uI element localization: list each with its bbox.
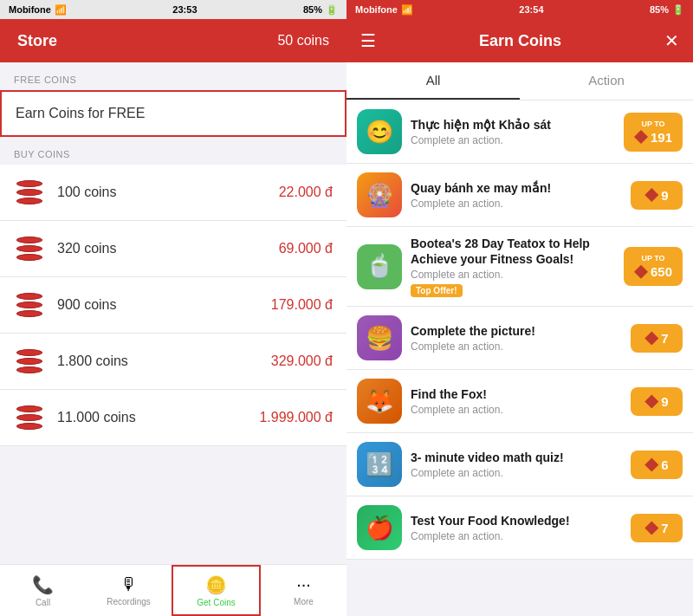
tab-all[interactable]: All <box>346 62 520 100</box>
coin-stack-icon <box>14 233 45 264</box>
nav-item-more[interactable]: ··· More <box>261 565 346 616</box>
coin-stack-icon <box>14 402 45 433</box>
up-to-label: UP TO <box>641 254 664 263</box>
offer-item-bootea[interactable]: 🍵 Bootea's 28 Day Teatox to Help Achieve… <box>346 227 693 307</box>
coin-reward-fox: 9 <box>631 387 683 416</box>
coin-item[interactable]: 1.800 coins 329.000 đ <box>0 334 346 390</box>
coin-price: 22.000 đ <box>279 185 333 200</box>
nav-label: Get Coins <box>197 598 235 607</box>
coin-item[interactable]: 11.000 coins 1.999.000 đ <box>0 390 346 446</box>
tabs-bar: AllAction <box>346 62 693 101</box>
offer-icon-wheel: 🎡 <box>357 172 402 217</box>
offer-subtitle: Complete an action. <box>411 198 622 210</box>
gem-icon <box>634 130 648 144</box>
offer-item-food[interactable]: 🍎 Test Your Food Knowledge! Complete an … <box>346 496 693 560</box>
earn-coins-text: Earn Coins for FREE <box>16 106 145 120</box>
time-right: 23:54 <box>519 4 543 15</box>
offer-item-fox[interactable]: 🦊 Find the Fox! Complete an action. 9 <box>346 370 693 433</box>
offer-title: Complete the picture! <box>411 323 622 339</box>
up-to-label: UP TO <box>641 120 664 128</box>
gem-icon <box>644 394 658 408</box>
nav-item-recordings[interactable]: 🎙 Recordings <box>86 565 172 616</box>
offer-title: Quay bánh xe may mắn! <box>411 180 622 196</box>
status-left-info: Mobifone 📶 <box>9 4 67 16</box>
coin-amount: 11.000 coins <box>57 410 259 425</box>
gem-icon <box>644 188 658 202</box>
offer-icon-food: 🍎 <box>357 505 402 550</box>
coin-amount: 1.800 coins <box>57 353 271 369</box>
tab-action[interactable]: Action <box>520 62 693 100</box>
coin-reward-picture: 7 <box>631 324 683 353</box>
nav-item-get-coins[interactable]: 🪙 Get Coins <box>172 565 261 616</box>
coin-amount: 320 coins <box>57 241 279 256</box>
offer-subtitle: Complete an action. <box>411 134 615 146</box>
earn-coins-box[interactable]: Earn Coins for FREE <box>0 90 346 137</box>
coin-reward-wheel: 9 <box>631 181 683 210</box>
bottom-nav: 📞 Call 🎙 Recordings 🪙 Get Coins ··· More <box>0 564 346 616</box>
status-bar-left: Mobifone 📶 23:53 85% 🔋 <box>0 0 346 19</box>
coin-item[interactable]: 320 coins 69.000 đ <box>0 221 346 277</box>
nav-label: More <box>294 597 314 606</box>
offers-list: 😊 Thực hiện một Khảo sát Complete an act… <box>346 101 693 616</box>
battery-left: 85% <box>303 4 322 15</box>
nav-icon: ··· <box>296 574 311 594</box>
offer-subtitle: Complete an action. <box>411 530 622 542</box>
offer-subtitle: Complete an action. <box>411 340 622 353</box>
reward-number: 7 <box>661 521 668 535</box>
coin-item[interactable]: 900 coins 179.000 đ <box>0 277 346 334</box>
offer-subtitle: Complete an action. <box>411 269 615 281</box>
carrier-left: Mobifone <box>9 4 51 15</box>
offer-icon-survey: 😊 <box>357 109 402 154</box>
offer-item-math[interactable]: 🔢 3- minute video math quiz! Complete an… <box>346 433 693 496</box>
offer-title: 3- minute video math quiz! <box>411 450 622 465</box>
close-icon[interactable]: ✕ <box>664 30 679 51</box>
coin-price: 69.000 đ <box>279 241 333 256</box>
offer-title: Bootea's 28 Day Teatox to Help Achieve y… <box>411 236 615 267</box>
store-header: Store 50 coins <box>0 19 346 62</box>
coin-stack-icon <box>14 346 45 377</box>
earn-coins-header: ☰ Earn Coins ✕ <box>346 19 693 62</box>
offer-info-survey: Thực hiện một Khảo sát Complete an actio… <box>411 117 615 146</box>
gem-icon <box>644 521 658 535</box>
coin-price: 329.000 đ <box>271 353 333 369</box>
battery-icon-left: 🔋 <box>326 4 338 16</box>
offer-subtitle: Complete an action. <box>411 404 622 416</box>
offer-icon-bootea: 🍵 <box>357 244 402 289</box>
coin-stack-icon <box>14 289 45 321</box>
coin-price: 1.999.000 đ <box>259 410 333 425</box>
offer-info-wheel: Quay bánh xe may mắn! Complete an action… <box>411 180 622 210</box>
earn-coins-title: Earn Coins <box>479 32 561 50</box>
reward-number: 7 <box>661 331 668 346</box>
coin-reward-math: 6 <box>631 451 683 479</box>
coin-reward-survey: UP TO 191 <box>624 113 683 152</box>
nav-label: Recordings <box>107 597 151 606</box>
nav-icon: 🪙 <box>205 574 227 595</box>
time-left: 23:53 <box>172 4 197 15</box>
coin-item[interactable]: 100 coins 22.000 đ <box>0 165 346 221</box>
battery-right: 85% <box>650 4 669 15</box>
nav-icon: 🎙 <box>120 574 138 594</box>
coin-stack-icon <box>14 177 45 208</box>
wifi-icon: 📶 <box>55 4 67 16</box>
offer-subtitle: Complete an action. <box>411 467 622 479</box>
buy-coins-label: BUY COINS <box>0 137 346 165</box>
menu-icon[interactable]: ☰ <box>360 30 376 51</box>
reward-number: 9 <box>661 188 668 203</box>
offer-item-survey[interactable]: 😊 Thực hiện một Khảo sát Complete an act… <box>346 101 693 164</box>
offer-info-fox: Find the Fox! Complete an action. <box>411 386 622 416</box>
status-right-right: 85% 🔋 <box>650 4 684 16</box>
battery-icon-right: 🔋 <box>672 4 684 16</box>
nav-label: Call <box>36 598 50 607</box>
coin-reward-food: 7 <box>631 514 683 542</box>
coin-amount: 900 coins <box>57 297 271 313</box>
coin-reward-bootea: UP TO 650 <box>624 247 683 286</box>
coin-items-list: 100 coins 22.000 đ 320 coins 69.000 đ 90… <box>0 165 346 446</box>
offer-item-picture[interactable]: 🍔 Complete the picture! Complete an acti… <box>346 307 693 370</box>
nav-item-call[interactable]: 📞 Call <box>0 565 86 616</box>
free-coins-label: FREE COINS <box>0 62 346 90</box>
offer-item-wheel[interactable]: 🎡 Quay bánh xe may mắn! Complete an acti… <box>346 164 693 227</box>
coins-count: 50 coins <box>277 33 329 49</box>
reward-number: 9 <box>661 394 668 409</box>
status-bar-right: Mobifone 📶 23:54 85% 🔋 <box>346 0 693 19</box>
left-panel: Mobifone 📶 23:53 85% 🔋 Store 50 coins FR… <box>0 0 346 616</box>
